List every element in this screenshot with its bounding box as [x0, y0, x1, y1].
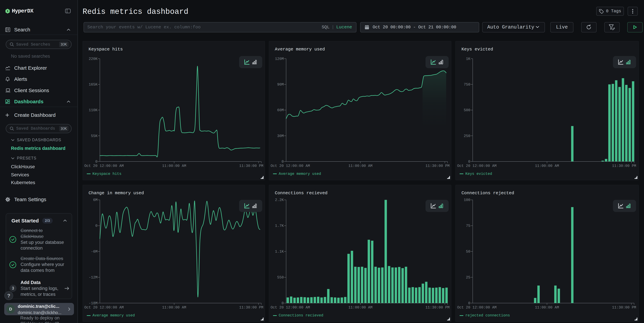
svg-text:-18M: -18M — [89, 301, 98, 305]
svg-text:550: 550 — [277, 275, 284, 280]
svg-text:0: 0 — [95, 224, 98, 228]
svg-text:11:00:00 AM: 11:00:00 AM — [162, 164, 186, 168]
svg-text:220K: 220K — [89, 57, 98, 61]
svg-text:120M: 120M — [275, 57, 284, 61]
svg-text:50: 50 — [466, 250, 470, 254]
svg-text:11:00:00 AM: 11:00:00 AM — [535, 164, 559, 168]
svg-text:0: 0 — [282, 301, 284, 305]
svg-text:6M: 6M — [93, 198, 98, 202]
svg-text:11:30:00 PM: 11:30:00 PM — [612, 164, 636, 168]
svg-text:11:00:00 AM: 11:00:00 AM — [162, 306, 186, 310]
svg-text:25: 25 — [466, 275, 470, 280]
svg-text:Oct 20 12:00:00 AM: Oct 20 12:00:00 AM — [270, 306, 310, 310]
svg-text:Oct 20 12:00:00 AM: Oct 20 12:00:00 AM — [457, 306, 496, 310]
svg-text:250: 250 — [464, 134, 470, 138]
svg-text:0: 0 — [468, 160, 470, 164]
svg-text:1.7K: 1.7K — [275, 224, 284, 228]
svg-text:11:30:00 PM: 11:30:00 PM — [612, 306, 636, 310]
svg-text:110K: 110K — [89, 108, 98, 112]
svg-text:0: 0 — [282, 160, 284, 164]
svg-text:0: 0 — [95, 160, 98, 164]
svg-text:Oct 20 12:00:00 AM: Oct 20 12:00:00 AM — [84, 164, 124, 168]
svg-text:11:00:00 AM: 11:00:00 AM — [348, 164, 372, 168]
svg-text:90M: 90M — [277, 82, 284, 87]
svg-text:1K: 1K — [466, 57, 470, 61]
svg-text:500: 500 — [464, 108, 470, 112]
svg-text:11:30:00 PM: 11:30:00 PM — [239, 306, 263, 310]
svg-text:750: 750 — [464, 82, 470, 87]
svg-text:11:30:00 PM: 11:30:00 PM — [425, 164, 450, 168]
svg-text:100: 100 — [464, 198, 470, 202]
svg-text:1.1K: 1.1K — [275, 250, 284, 254]
svg-text:Oct 20 12:00:00 AM: Oct 20 12:00:00 AM — [84, 306, 124, 310]
svg-text:0: 0 — [468, 301, 470, 305]
svg-text:11:30:00 PM: 11:30:00 PM — [239, 164, 263, 168]
svg-text:55K: 55K — [91, 134, 98, 138]
svg-text:Oct 20 12:00:00 AM: Oct 20 12:00:00 AM — [457, 164, 496, 168]
svg-text:60M: 60M — [277, 108, 284, 112]
svg-text:11:00:00 AM: 11:00:00 AM — [348, 306, 372, 310]
svg-text:-12M: -12M — [89, 275, 98, 280]
svg-text:-6M: -6M — [91, 250, 98, 254]
svg-text:2.2K: 2.2K — [275, 198, 284, 202]
svg-text:Oct 20 12:00:00 AM: Oct 20 12:00:00 AM — [270, 164, 310, 168]
svg-text:165K: 165K — [89, 82, 98, 87]
svg-text:11:30:00 PM: 11:30:00 PM — [425, 306, 450, 310]
svg-text:75: 75 — [466, 224, 470, 228]
svg-text:11:00:00 AM: 11:00:00 AM — [535, 306, 559, 310]
svg-text:30M: 30M — [277, 134, 284, 138]
